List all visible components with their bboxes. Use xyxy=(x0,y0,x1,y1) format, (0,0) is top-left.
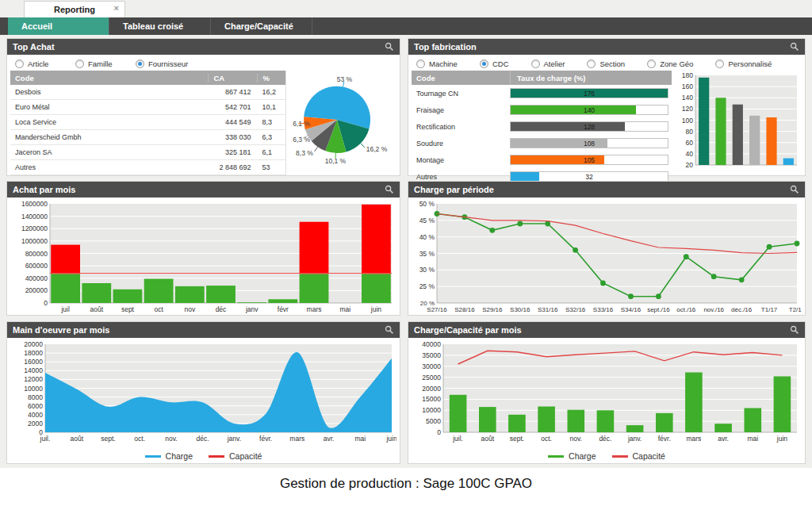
svg-text:janv: janv xyxy=(245,305,259,313)
radio-machine[interactable]: Machine xyxy=(416,59,458,68)
radio-personnalise[interactable]: Personnalisé xyxy=(715,59,772,68)
legend-label: Capacité xyxy=(633,451,665,461)
svg-text:18000: 18000 xyxy=(24,349,43,357)
table-row: Soudure108 xyxy=(412,135,672,151)
data-point xyxy=(684,254,689,259)
bar-segment xyxy=(144,279,174,304)
radio-button-icon[interactable] xyxy=(715,59,724,68)
zoom-icon[interactable] xyxy=(385,185,394,194)
nav-item-tableau-croise[interactable]: Tableau croisé xyxy=(109,17,211,35)
radio-famille[interactable]: Famille xyxy=(75,59,136,68)
data-point xyxy=(573,247,578,253)
bar xyxy=(714,424,732,432)
top-achat-radio-group: ArticleFamilleFournisseur xyxy=(7,55,400,71)
zoom-icon[interactable] xyxy=(790,185,799,194)
table-row: Euro Métal542 70110,1 xyxy=(10,100,285,115)
radio-fournisseur[interactable]: Fournisseur xyxy=(136,59,196,68)
svg-text:avr.: avr. xyxy=(324,435,335,443)
svg-text:10,1 %: 10,1 % xyxy=(325,157,347,165)
svg-text:120: 120 xyxy=(682,105,693,113)
top-fabrication-radio-group: MachineCDCAtelierSectionZone GéoPersonna… xyxy=(408,55,805,71)
svg-text:30 %: 30 % xyxy=(419,266,435,274)
cell-ca: 2 848 692 xyxy=(208,163,257,171)
radio-button-icon[interactable] xyxy=(531,59,540,68)
svg-text:8,3 %: 8,3 % xyxy=(297,149,314,157)
achat-par-mois-chart: 0200000400000600000800000100000012000001… xyxy=(10,199,396,315)
panel-top-achat: Top Achat ArticleFamilleFournisseur Code… xyxy=(6,38,400,176)
svg-text:mai: mai xyxy=(747,435,758,443)
radio-label: Personnalisé xyxy=(728,59,772,68)
bar-segment xyxy=(362,274,391,303)
panel-achat-par-mois-title: Achat par mois xyxy=(13,185,75,194)
svg-text:6,1 %: 6,1 % xyxy=(293,120,311,128)
zoom-icon[interactable] xyxy=(790,42,799,52)
svg-text:déc.: déc. xyxy=(197,435,209,443)
cell-code: Desbois xyxy=(10,88,208,96)
load-gauge: 128 xyxy=(510,121,668,132)
legend-swatch xyxy=(612,455,628,458)
cell-code: Euro Métal xyxy=(10,103,208,111)
radio-button-icon[interactable] xyxy=(647,59,656,68)
radio-label: Zone Géo xyxy=(660,59,693,68)
radio-section[interactable]: Section xyxy=(587,59,625,68)
svg-text:févr: févr xyxy=(278,305,289,313)
cell-code: Soudure xyxy=(412,140,510,148)
zoom-icon[interactable] xyxy=(385,325,394,335)
zoom-icon[interactable] xyxy=(385,42,394,52)
radio-article[interactable]: Article xyxy=(15,59,75,68)
radio-button-icon[interactable] xyxy=(75,59,84,68)
svg-text:déc./16: déc./16 xyxy=(731,306,753,313)
panel-top-achat-title: Top Achat xyxy=(13,42,55,52)
bar xyxy=(774,377,791,433)
svg-text:S32/16: S32/16 xyxy=(565,306,586,313)
tab-reporting-label: Reporting xyxy=(54,5,95,14)
bar xyxy=(656,413,673,432)
svg-text:25 %: 25 % xyxy=(419,282,435,290)
tab-reporting[interactable]: Reporting × xyxy=(24,1,125,17)
cell-code: Tournage CN xyxy=(412,90,510,98)
svg-text:nov.: nov. xyxy=(165,435,177,443)
bar xyxy=(745,408,762,433)
radio-button-icon[interactable] xyxy=(587,59,596,68)
nav-item-charge-capacite[interactable]: Charge/Capacité xyxy=(211,17,312,35)
cell-code: Autres xyxy=(10,163,208,171)
panel-charge-capacite-header: Charge/Capacité par mois xyxy=(408,322,805,338)
svg-text:sept.: sept. xyxy=(101,435,115,443)
bar xyxy=(508,415,526,432)
svg-text:4000: 4000 xyxy=(28,411,43,419)
panel-top-fabrication: Top fabrication MachineCDCAtelierSection… xyxy=(408,38,806,176)
radio-button-icon[interactable] xyxy=(15,59,24,68)
svg-text:200000: 200000 xyxy=(25,286,48,294)
svg-text:12000: 12000 xyxy=(24,375,43,383)
svg-text:35000: 35000 xyxy=(422,351,441,359)
pie-leader xyxy=(361,144,365,148)
svg-text:S30/16: S30/16 xyxy=(510,306,530,313)
svg-text:5000: 5000 xyxy=(426,417,441,425)
zoom-icon[interactable] xyxy=(790,325,799,335)
table-row: Jaceron SA325 1816,1 xyxy=(10,145,285,160)
svg-text:oct.: oct. xyxy=(134,435,145,443)
top-achat-table-body: Desbois867 41216,2Euro Métal542 70110,1L… xyxy=(10,85,285,175)
panel-charge-par-periode: Charge par période 20 %25 %30 %35 %40 %4… xyxy=(408,181,806,316)
svg-text:oct: oct xyxy=(154,305,163,313)
svg-text:juin: juin xyxy=(370,305,382,313)
radio-cdc[interactable]: CDC xyxy=(480,59,509,68)
nav-item-accueil[interactable]: Accueil xyxy=(8,17,109,35)
svg-text:50 %: 50 % xyxy=(419,200,435,208)
radio-atelier[interactable]: Atelier xyxy=(531,59,565,68)
svg-text:30000: 30000 xyxy=(422,362,441,370)
svg-text:20000: 20000 xyxy=(422,385,441,393)
radio-zone-geo[interactable]: Zone Géo xyxy=(647,59,693,68)
radio-button-icon[interactable] xyxy=(480,59,488,68)
radio-button-icon[interactable] xyxy=(136,59,144,68)
svg-text:août: août xyxy=(90,305,103,313)
bar xyxy=(733,105,743,165)
svg-text:16000: 16000 xyxy=(24,358,43,366)
cell-ca: 444 549 xyxy=(208,118,257,126)
top-achat-table-header: Code CA % xyxy=(10,71,285,85)
close-icon[interactable]: × xyxy=(114,4,119,13)
cell-code: Loca Service xyxy=(10,118,208,126)
radio-button-icon[interactable] xyxy=(416,59,425,68)
top-fabrication-table-header: Code Taux de charge (%) xyxy=(412,71,672,85)
svg-text:S28/16: S28/16 xyxy=(454,306,475,313)
